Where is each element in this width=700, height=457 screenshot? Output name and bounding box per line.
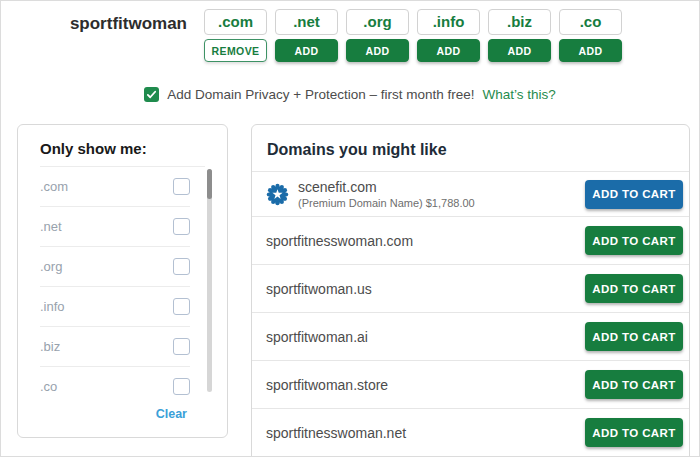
privacy-whats-this-link[interactable]: What’s this? xyxy=(482,87,555,102)
tld-action-button[interactable]: ADD xyxy=(417,39,480,62)
add-to-cart-button[interactable]: ADD TO CART xyxy=(585,274,683,303)
filter-panel-title: Only show me: xyxy=(40,140,205,167)
add-to-cart-button[interactable]: ADD TO CART xyxy=(585,180,683,209)
tld-label: .net xyxy=(275,9,338,35)
filter-option-row[interactable]: .org xyxy=(40,247,190,287)
clear-filters-link[interactable]: Clear xyxy=(156,407,187,421)
filter-option-label: .com xyxy=(40,179,68,194)
searched-domain-name: sportfitwoman xyxy=(1,14,187,34)
tld-label: .biz xyxy=(488,9,551,35)
suggested-domain-name: sportfitwoman.us xyxy=(266,281,372,297)
suggested-domain-name: sportfitwoman.store xyxy=(266,377,388,393)
check-icon xyxy=(146,89,157,100)
add-to-cart-button[interactable]: ADD TO CART xyxy=(585,370,683,399)
privacy-label: Add Domain Privacy + Protection – first … xyxy=(167,87,474,102)
tld-label: .info xyxy=(417,9,480,35)
domain-info: scenefit.com (Premium Domain Name) $1,78… xyxy=(298,179,475,209)
suggested-domain-name: scenefit.com xyxy=(298,179,475,195)
tld-option: .com REMOVE xyxy=(204,9,267,62)
tld-label: .org xyxy=(346,9,409,35)
domain-info: sportfitwoman.store xyxy=(266,377,388,393)
domain-suggestion-row: sportfitnesswoman.net ADD TO CART xyxy=(252,409,689,457)
filter-scrollbar[interactable] xyxy=(207,169,212,392)
tld-action-button[interactable]: ADD xyxy=(488,39,551,62)
tld-action-button[interactable]: ADD xyxy=(346,39,409,62)
privacy-option-row: Add Domain Privacy + Protection – first … xyxy=(1,87,699,102)
suggested-domain-name: sportfitnesswoman.net xyxy=(266,425,406,441)
filter-option-label: .co xyxy=(40,379,57,394)
domain-search-screen: sportfitwoman .com REMOVE .net ADD .org … xyxy=(0,0,700,457)
filter-option-label: .info xyxy=(40,299,65,314)
tld-action-button[interactable]: ADD xyxy=(275,39,338,62)
domain-info: sportfitnesswoman.com xyxy=(266,233,413,249)
domain-suggestion-row: sportfitwoman.ai ADD TO CART xyxy=(252,313,689,361)
tld-action-button[interactable]: REMOVE xyxy=(204,39,267,62)
tld-option: .co ADD xyxy=(559,9,622,62)
filter-checkbox[interactable] xyxy=(173,258,190,275)
filter-checkbox[interactable] xyxy=(173,218,190,235)
tld-action-button[interactable]: ADD xyxy=(559,39,622,62)
filter-checkbox[interactable] xyxy=(173,378,190,395)
domain-info: sportfitwoman.us xyxy=(266,281,372,297)
filter-panel: Only show me: .com .net .org .info .biz … xyxy=(17,124,228,438)
filter-checkbox[interactable] xyxy=(173,338,190,355)
domain-suggestion-row: sportfitwoman.store ADD TO CART xyxy=(252,361,689,409)
domain-suggestion-row: sportfitwoman.us ADD TO CART xyxy=(252,265,689,313)
filter-option-row[interactable]: .co xyxy=(40,367,190,406)
filter-checkbox[interactable] xyxy=(173,298,190,315)
tld-label: .co xyxy=(559,9,622,35)
domain-info: sportfitwoman.ai xyxy=(266,329,368,345)
filter-option-label: .biz xyxy=(40,339,60,354)
filter-option-row[interactable]: .com xyxy=(40,167,190,207)
tld-label: .com xyxy=(204,9,267,35)
tld-option: .net ADD xyxy=(275,9,338,62)
filter-option-label: .org xyxy=(40,259,62,274)
suggestions-list: scenefit.com (Premium Domain Name) $1,78… xyxy=(252,172,689,457)
premium-badge-icon xyxy=(266,183,289,206)
filter-options-list: .com .net .org .info .biz .co xyxy=(40,167,190,406)
filter-option-row[interactable]: .info xyxy=(40,287,190,327)
filter-scrollbar-thumb[interactable] xyxy=(207,169,212,199)
filter-option-row[interactable]: .biz xyxy=(40,327,190,367)
tld-option: .biz ADD xyxy=(488,9,551,62)
filter-checkbox[interactable] xyxy=(173,178,190,195)
filter-option-row[interactable]: .net xyxy=(40,207,190,247)
filter-option-label: .net xyxy=(40,219,62,234)
domain-suggestion-row: scenefit.com (Premium Domain Name) $1,78… xyxy=(252,172,689,217)
suggested-domain-name: sportfitwoman.ai xyxy=(266,329,368,345)
suggested-domain-name: sportfitnesswoman.com xyxy=(266,233,413,249)
add-to-cart-button[interactable]: ADD TO CART xyxy=(585,226,683,255)
tld-option: .org ADD xyxy=(346,9,409,62)
suggestions-title: Domains you might like xyxy=(252,125,689,172)
tld-option: .info ADD xyxy=(417,9,480,62)
tld-options-row: .com REMOVE .net ADD .org ADD .info ADD … xyxy=(204,9,622,62)
add-to-cart-button[interactable]: ADD TO CART xyxy=(585,322,683,351)
domain-suggestion-row: sportfitnesswoman.com ADD TO CART xyxy=(252,217,689,265)
add-to-cart-button[interactable]: ADD TO CART xyxy=(585,418,683,447)
privacy-checkbox[interactable] xyxy=(144,87,159,102)
suggestions-panel: Domains you might like scenefit.com (Pre… xyxy=(251,124,690,457)
domain-info: sportfitnesswoman.net xyxy=(266,425,406,441)
premium-price-note: (Premium Domain Name) $1,788.00 xyxy=(298,197,475,209)
